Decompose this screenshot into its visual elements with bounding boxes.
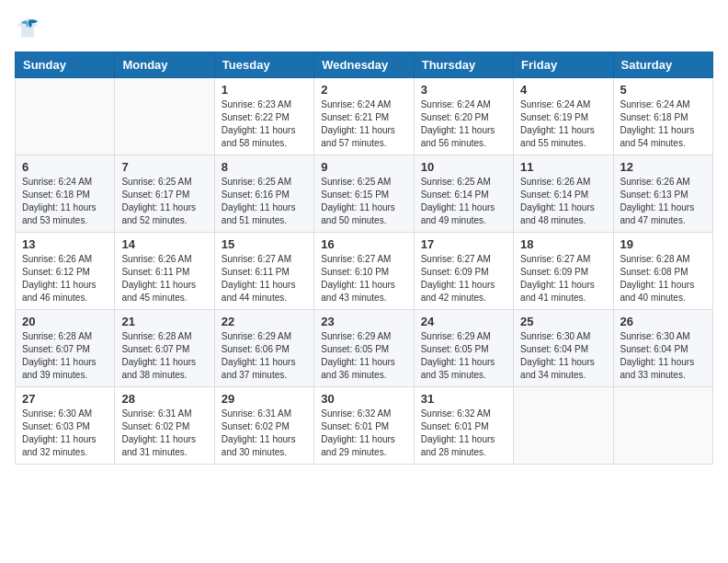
- day-info: Sunrise: 6:31 AM Sunset: 6:02 PM Dayligh…: [121, 408, 207, 459]
- day-number: 21: [121, 315, 207, 328]
- calendar-cell: [514, 387, 613, 465]
- day-info: Sunrise: 6:25 AM Sunset: 6:15 PM Dayligh…: [321, 176, 406, 227]
- day-number: 6: [22, 160, 108, 174]
- day-info: Sunrise: 6:26 AM Sunset: 6:11 PM Dayligh…: [121, 253, 207, 304]
- page-header: [15, 15, 713, 40]
- calendar-cell: [115, 78, 214, 155]
- day-number: 29: [222, 392, 307, 406]
- calendar-cell: 15 Sunrise: 6:27 AM Sunset: 6:11 PM Dayl…: [214, 233, 313, 310]
- day-number: 23: [321, 315, 406, 328]
- calendar-cell: 3 Sunrise: 6:24 AM Sunset: 6:20 PM Dayli…: [414, 78, 513, 155]
- calendar-cell: 6 Sunrise: 6:24 AM Sunset: 6:18 PM Dayli…: [16, 155, 115, 233]
- day-number: 27: [22, 392, 108, 406]
- calendar-cell: 31 Sunrise: 6:32 AM Sunset: 6:01 PM Dayl…: [414, 387, 513, 465]
- calendar-cell: 23 Sunrise: 6:29 AM Sunset: 6:05 PM Dayl…: [314, 310, 414, 387]
- day-info: Sunrise: 6:31 AM Sunset: 6:02 PM Dayligh…: [222, 408, 307, 459]
- day-number: 10: [421, 160, 506, 174]
- day-info: Sunrise: 6:30 AM Sunset: 6:04 PM Dayligh…: [620, 330, 706, 382]
- calendar-cell: 1 Sunrise: 6:23 AM Sunset: 6:22 PM Dayli…: [214, 78, 313, 155]
- calendar-cell: 21 Sunrise: 6:28 AM Sunset: 6:07 PM Dayl…: [115, 310, 214, 387]
- day-info: Sunrise: 6:24 AM Sunset: 6:18 PM Dayligh…: [22, 176, 108, 227]
- calendar-week-row: 20 Sunrise: 6:28 AM Sunset: 6:07 PM Dayl…: [16, 310, 713, 387]
- day-number: 20: [22, 315, 108, 328]
- day-number: 13: [22, 237, 108, 251]
- day-number: 1: [222, 83, 307, 97]
- day-info: Sunrise: 6:24 AM Sunset: 6:20 PM Dayligh…: [421, 98, 506, 150]
- weekday-header: Thursday: [414, 52, 513, 78]
- calendar-cell: 7 Sunrise: 6:25 AM Sunset: 6:17 PM Dayli…: [115, 155, 214, 233]
- calendar-cell: 17 Sunrise: 6:27 AM Sunset: 6:09 PM Dayl…: [414, 233, 513, 310]
- day-number: 14: [121, 237, 207, 251]
- day-info: Sunrise: 6:26 AM Sunset: 6:14 PM Dayligh…: [520, 176, 606, 227]
- day-number: 8: [222, 160, 307, 174]
- day-number: 9: [321, 160, 406, 174]
- calendar-cell: 30 Sunrise: 6:32 AM Sunset: 6:01 PM Dayl…: [314, 387, 414, 465]
- calendar-cell: 14 Sunrise: 6:26 AM Sunset: 6:11 PM Dayl…: [115, 233, 214, 310]
- calendar-cell: 8 Sunrise: 6:25 AM Sunset: 6:16 PM Dayli…: [214, 155, 313, 233]
- day-number: 26: [620, 315, 706, 328]
- calendar-cell: 4 Sunrise: 6:24 AM Sunset: 6:19 PM Dayli…: [514, 78, 613, 155]
- calendar-cell: 16 Sunrise: 6:27 AM Sunset: 6:10 PM Dayl…: [314, 233, 414, 310]
- day-info: Sunrise: 6:30 AM Sunset: 6:04 PM Dayligh…: [520, 330, 606, 382]
- day-number: 18: [520, 237, 606, 251]
- day-info: Sunrise: 6:28 AM Sunset: 6:07 PM Dayligh…: [22, 330, 108, 382]
- calendar-cell: 27 Sunrise: 6:30 AM Sunset: 6:03 PM Dayl…: [16, 387, 115, 465]
- day-info: Sunrise: 6:26 AM Sunset: 6:13 PM Dayligh…: [620, 176, 706, 227]
- day-info: Sunrise: 6:27 AM Sunset: 6:09 PM Dayligh…: [421, 253, 506, 304]
- calendar-cell: 12 Sunrise: 6:26 AM Sunset: 6:13 PM Dayl…: [613, 155, 712, 233]
- day-info: Sunrise: 6:24 AM Sunset: 6:19 PM Dayligh…: [520, 98, 606, 150]
- day-number: 4: [520, 83, 606, 97]
- day-number: 22: [222, 315, 307, 328]
- weekday-header: Wednesday: [314, 52, 414, 78]
- day-info: Sunrise: 6:32 AM Sunset: 6:01 PM Dayligh…: [321, 408, 406, 459]
- day-info: Sunrise: 6:27 AM Sunset: 6:11 PM Dayligh…: [222, 253, 307, 304]
- day-number: 3: [421, 83, 506, 97]
- day-number: 12: [620, 160, 706, 174]
- calendar-cell: 2 Sunrise: 6:24 AM Sunset: 6:21 PM Dayli…: [314, 78, 414, 155]
- calendar-cell: 19 Sunrise: 6:28 AM Sunset: 6:08 PM Dayl…: [613, 233, 712, 310]
- calendar-week-row: 6 Sunrise: 6:24 AM Sunset: 6:18 PM Dayli…: [16, 155, 713, 233]
- day-info: Sunrise: 6:28 AM Sunset: 6:08 PM Dayligh…: [620, 253, 706, 304]
- calendar-cell: [613, 387, 712, 465]
- day-number: 24: [421, 315, 506, 328]
- calendar-cell: 10 Sunrise: 6:25 AM Sunset: 6:14 PM Dayl…: [414, 155, 513, 233]
- calendar-cell: 24 Sunrise: 6:29 AM Sunset: 6:05 PM Dayl…: [414, 310, 513, 387]
- day-info: Sunrise: 6:24 AM Sunset: 6:21 PM Dayligh…: [321, 98, 406, 150]
- day-info: Sunrise: 6:25 AM Sunset: 6:16 PM Dayligh…: [222, 176, 307, 227]
- day-info: Sunrise: 6:26 AM Sunset: 6:12 PM Dayligh…: [22, 253, 108, 304]
- day-number: 28: [121, 392, 207, 406]
- calendar-cell: 9 Sunrise: 6:25 AM Sunset: 6:15 PM Dayli…: [314, 155, 414, 233]
- weekday-header: Sunday: [16, 52, 115, 78]
- day-info: Sunrise: 6:25 AM Sunset: 6:17 PM Dayligh…: [121, 176, 207, 227]
- calendar-week-row: 13 Sunrise: 6:26 AM Sunset: 6:12 PM Dayl…: [16, 233, 713, 310]
- weekday-header: Monday: [115, 52, 214, 78]
- day-info: Sunrise: 6:29 AM Sunset: 6:05 PM Dayligh…: [321, 330, 406, 382]
- logo: [15, 15, 44, 40]
- weekday-header: Tuesday: [214, 52, 313, 78]
- day-number: 16: [321, 237, 406, 251]
- day-info: Sunrise: 6:24 AM Sunset: 6:18 PM Dayligh…: [620, 98, 706, 150]
- day-number: 15: [222, 237, 307, 251]
- calendar-table: SundayMondayTuesdayWednesdayThursdayFrid…: [15, 52, 713, 465]
- calendar-cell: 5 Sunrise: 6:24 AM Sunset: 6:18 PM Dayli…: [613, 78, 712, 155]
- day-info: Sunrise: 6:27 AM Sunset: 6:09 PM Dayligh…: [520, 253, 606, 304]
- calendar-cell: 22 Sunrise: 6:29 AM Sunset: 6:06 PM Dayl…: [214, 310, 313, 387]
- weekday-header: Saturday: [613, 52, 712, 78]
- calendar-cell: 28 Sunrise: 6:31 AM Sunset: 6:02 PM Dayl…: [115, 387, 214, 465]
- calendar-cell: 20 Sunrise: 6:28 AM Sunset: 6:07 PM Dayl…: [16, 310, 115, 387]
- day-info: Sunrise: 6:23 AM Sunset: 6:22 PM Dayligh…: [222, 98, 307, 150]
- day-number: 31: [421, 392, 506, 406]
- calendar-week-row: 27 Sunrise: 6:30 AM Sunset: 6:03 PM Dayl…: [16, 387, 713, 465]
- day-number: 7: [121, 160, 207, 174]
- day-info: Sunrise: 6:25 AM Sunset: 6:14 PM Dayligh…: [421, 176, 506, 227]
- calendar-cell: 29 Sunrise: 6:31 AM Sunset: 6:02 PM Dayl…: [214, 387, 313, 465]
- day-number: 11: [520, 160, 606, 174]
- day-info: Sunrise: 6:30 AM Sunset: 6:03 PM Dayligh…: [22, 408, 108, 459]
- day-number: 5: [620, 83, 706, 97]
- calendar-cell: 13 Sunrise: 6:26 AM Sunset: 6:12 PM Dayl…: [16, 233, 115, 310]
- calendar-header-row: SundayMondayTuesdayWednesdayThursdayFrid…: [16, 52, 713, 78]
- logo-icon: [15, 15, 40, 40]
- day-info: Sunrise: 6:29 AM Sunset: 6:05 PM Dayligh…: [421, 330, 506, 382]
- calendar-cell: 26 Sunrise: 6:30 AM Sunset: 6:04 PM Dayl…: [613, 310, 712, 387]
- day-number: 30: [321, 392, 406, 406]
